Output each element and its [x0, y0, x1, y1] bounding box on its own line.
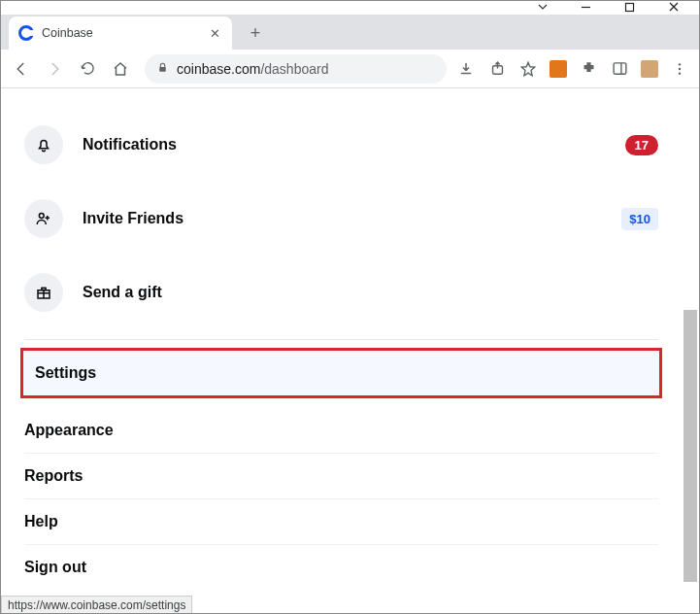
tab-strip: Coinbase ✕ + — [1, 15, 699, 50]
svg-point-9 — [39, 214, 44, 219]
metamask-extension-icon[interactable] — [550, 60, 567, 78]
browser-toolbar: coinbase.com/dashboard — [1, 50, 699, 88]
link-label: Settings — [35, 364, 648, 382]
gift-icon — [24, 273, 63, 312]
svg-rect-4 — [614, 63, 626, 74]
svg-point-7 — [679, 67, 681, 69]
install-icon[interactable] — [456, 59, 476, 79]
menu-label: Invite Friends — [83, 210, 602, 227]
tab-title: Coinbase — [42, 26, 199, 40]
page-viewport: Notifications 17 Invite Friends $10 Send… — [1, 88, 699, 614]
link-help[interactable]: Help — [24, 499, 658, 545]
invite-reward-badge: $10 — [621, 208, 658, 230]
link-signout[interactable]: Sign out — [24, 545, 658, 590]
svg-rect-1 — [626, 3, 634, 11]
status-bar: https://www.coinbase.com/settings — [1, 596, 192, 614]
menu-item-notifications[interactable]: Notifications 17 — [24, 108, 658, 182]
divider — [24, 339, 658, 340]
link-label: Reports — [24, 467, 658, 485]
scrollbar-thumb[interactable] — [683, 310, 697, 582]
menu-item-gift[interactable]: Send a gift — [24, 256, 658, 329]
lock-icon — [156, 60, 169, 78]
link-settings[interactable]: Settings — [20, 348, 662, 398]
menu-label: Notifications — [83, 136, 606, 154]
extensions-icon[interactable] — [579, 59, 598, 79]
url-text: coinbase.com/dashboard — [177, 61, 328, 77]
star-icon[interactable] — [518, 59, 538, 79]
new-tab-button[interactable]: + — [242, 19, 269, 47]
browser-tab[interactable]: Coinbase ✕ — [9, 17, 232, 50]
kebab-menu-icon[interactable] — [670, 59, 689, 79]
link-appearance[interactable]: Appearance — [24, 408, 658, 454]
reload-button[interactable] — [73, 54, 102, 84]
sidepanel-icon[interactable] — [610, 59, 629, 79]
vertical-scrollbar[interactable] — [683, 88, 698, 614]
menu-label: Send a gift — [83, 284, 658, 301]
window-titlebar — [1, 1, 699, 15]
notification-count-badge: 17 — [625, 135, 658, 155]
link-label: Help — [24, 513, 658, 530]
link-label: Sign out — [24, 559, 658, 576]
share-icon[interactable] — [487, 59, 507, 79]
menu-item-invite[interactable]: Invite Friends $10 — [24, 182, 658, 256]
forward-button[interactable] — [40, 54, 69, 84]
svg-rect-2 — [159, 66, 166, 71]
back-button[interactable] — [7, 54, 36, 84]
coinbase-favicon — [18, 25, 34, 41]
toolbar-actions — [456, 59, 693, 79]
svg-point-8 — [679, 72, 681, 74]
page-content: Notifications 17 Invite Friends $10 Send… — [1, 88, 682, 590]
close-tab-button[interactable]: ✕ — [207, 26, 222, 41]
link-label: Appearance — [24, 422, 658, 439]
home-button[interactable] — [106, 54, 135, 84]
bell-icon — [24, 125, 63, 164]
svg-point-6 — [679, 63, 681, 65]
invite-icon — [24, 199, 63, 238]
link-reports[interactable]: Reports — [24, 454, 658, 499]
profile-avatar-icon[interactable] — [641, 60, 658, 78]
address-bar[interactable]: coinbase.com/dashboard — [145, 54, 447, 84]
